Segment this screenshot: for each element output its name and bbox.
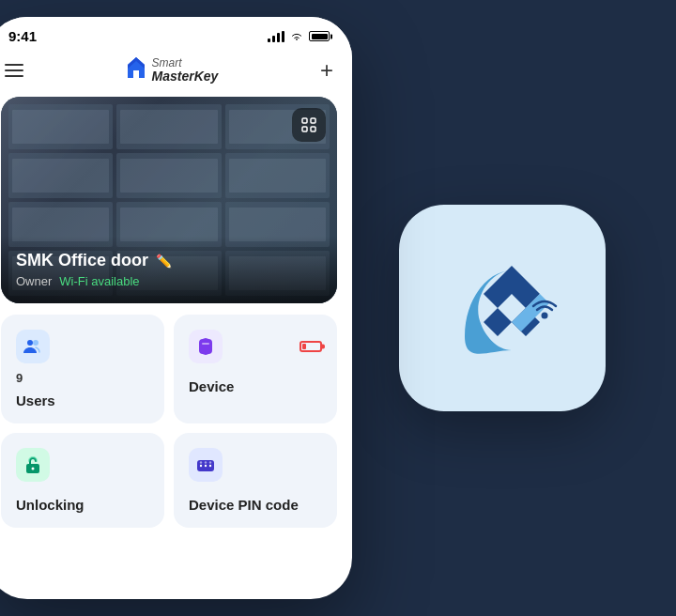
- device-card[interactable]: Device: [174, 315, 337, 424]
- wifi-available-label: Wi-Fi available: [59, 274, 139, 288]
- add-button[interactable]: +: [320, 57, 333, 84]
- device-battery-icon: [300, 341, 322, 352]
- app-logo: Smart MasterKey: [126, 55, 219, 85]
- svg-rect-1: [311, 118, 315, 123]
- unlocking-card[interactable]: Unlocking: [1, 433, 164, 528]
- door-title: SMK Office door: [16, 251, 148, 270]
- nav-bar: Smart MasterKey +: [0, 48, 352, 97]
- svg-point-13: [205, 465, 207, 467]
- phone-mockup: 9:41: [0, 17, 352, 599]
- cards-grid: 9 Users: [0, 315, 352, 528]
- svg-point-12: [200, 465, 202, 467]
- svg-point-10: [32, 468, 35, 470]
- svg-rect-2: [302, 127, 307, 131]
- device-label: Device: [189, 378, 322, 394]
- hamburger-menu-button[interactable]: [5, 64, 23, 77]
- status-bar: 9:41: [0, 17, 352, 48]
- svg-rect-3: [311, 127, 315, 131]
- svg-rect-7: [199, 339, 212, 354]
- app-icon: [399, 205, 606, 411]
- svg-point-16: [205, 461, 207, 463]
- app-icon-inner: [418, 223, 587, 393]
- logo-smart: Smart: [152, 57, 219, 69]
- users-icon: [16, 330, 50, 363]
- unlocking-label: Unlocking: [16, 497, 149, 513]
- pin-card[interactable]: Device PIN code: [174, 433, 337, 528]
- logo-icon: [126, 55, 146, 85]
- edit-icon[interactable]: ✏️: [156, 254, 172, 269]
- status-icons: [268, 31, 330, 42]
- pin-icon: [189, 448, 223, 482]
- logo-masterkey: MasterKey: [152, 69, 219, 84]
- svg-point-4: [27, 340, 33, 346]
- unlock-icon: [16, 448, 50, 482]
- svg-rect-0: [302, 118, 307, 123]
- device-icon: [189, 330, 223, 363]
- svg-point-17: [209, 461, 211, 463]
- smk-logo-svg: [437, 242, 568, 374]
- signal-icon: [268, 31, 284, 42]
- users-count: 9: [16, 371, 149, 385]
- wifi-icon: [290, 32, 303, 41]
- owner-label: Owner: [16, 274, 52, 288]
- svg-point-5: [33, 340, 38, 346]
- svg-point-18: [542, 313, 548, 319]
- users-label: Users: [16, 393, 149, 408]
- battery-icon: [309, 31, 330, 41]
- door-card[interactable]: SMK Office door ✏️ Owner Wi-Fi available: [1, 97, 337, 303]
- svg-point-15: [200, 461, 202, 463]
- door-meta: Owner Wi-Fi available: [16, 274, 322, 288]
- users-card[interactable]: 9 Users: [1, 315, 164, 424]
- logo-text: Smart MasterKey: [152, 57, 219, 85]
- svg-rect-8: [202, 343, 209, 345]
- scan-icon[interactable]: [292, 108, 326, 142]
- status-time: 9:41: [8, 28, 37, 44]
- door-info: SMK Office door ✏️ Owner Wi-Fi available: [1, 236, 337, 303]
- svg-point-14: [209, 465, 211, 467]
- pin-label: Device PIN code: [189, 497, 322, 513]
